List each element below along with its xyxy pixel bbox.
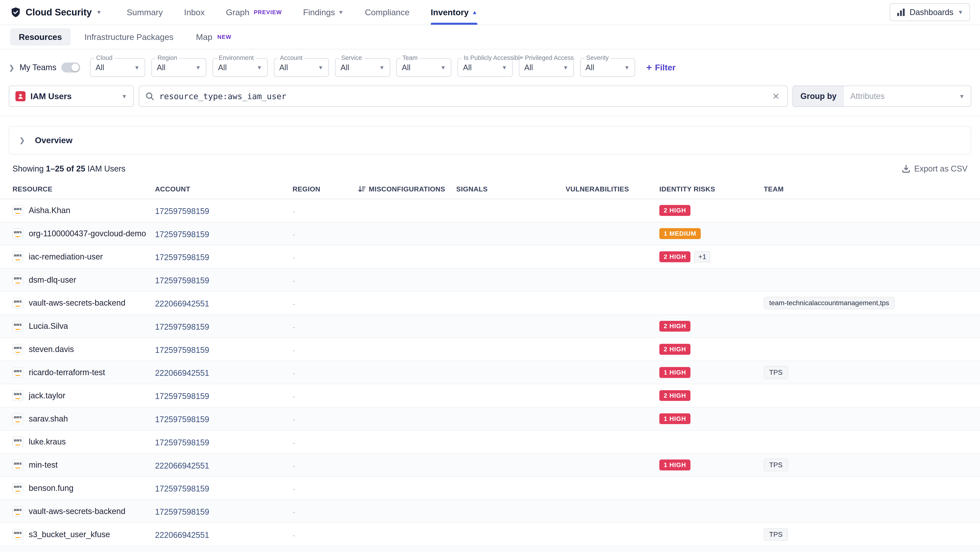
aws-logo-icon: aws: [13, 506, 23, 517]
resource-name-link[interactable]: jack.taylor: [29, 391, 65, 400]
table-row[interactable]: aws Lucia.Silva 172597598159 - 2 HIGH: [0, 315, 980, 338]
table-row[interactable]: aws vault-aws-secrets-backend 2220669425…: [0, 292, 980, 315]
filter-dropdown[interactable]: Severity All ▼: [580, 58, 635, 77]
table-row[interactable]: aws benson.fung 172597598159 -: [0, 477, 980, 500]
search-input[interactable]: [159, 92, 766, 101]
column-header-resource[interactable]: RESOURCE: [13, 185, 155, 193]
filter-dropdown[interactable]: Team All ▼: [396, 58, 451, 77]
column-header-signals[interactable]: SIGNALS: [456, 185, 566, 193]
table-row[interactable]: aws ricardo-terraform-test 222066942551 …: [0, 361, 980, 384]
product-switcher[interactable]: Cloud Security ▼: [10, 0, 102, 25]
clear-search-icon[interactable]: ✕: [771, 91, 781, 102]
resource-name-link[interactable]: luke.kraus: [29, 437, 66, 447]
identity-risk-badge[interactable]: 1 HIGH: [659, 459, 690, 470]
account-link[interactable]: 172597598159: [155, 438, 209, 447]
account-link[interactable]: 172597598159: [155, 484, 209, 493]
resource-name-link[interactable]: iac-remediation-user: [29, 252, 103, 262]
filter-dropdown[interactable]: Environment All ▼: [213, 58, 267, 77]
table-row[interactable]: aws sarav.shah 172597598159 - 1 HIGH: [0, 407, 980, 431]
resource-name-link[interactable]: steven.davis: [29, 345, 74, 354]
filter-dropdown[interactable]: Is Publicly Accessible All ▼: [458, 58, 512, 77]
export-csv-button[interactable]: Export as CSV: [902, 164, 967, 174]
overview-panel[interactable]: ❯ Overview: [9, 126, 971, 154]
resource-name-link[interactable]: benson.fung: [29, 483, 73, 493]
identity-risk-badge[interactable]: 2 HIGH: [659, 344, 690, 354]
resource-name-link[interactable]: vault-aws-secrets-backend: [29, 298, 125, 308]
my-teams-toggle[interactable]: [61, 62, 80, 73]
identity-risk-badge[interactable]: 2 HIGH: [659, 390, 690, 401]
account-link[interactable]: 172597598159: [155, 346, 209, 354]
table-row[interactable]: aws luke.kraus 172597598159 -: [0, 431, 980, 454]
table-row[interactable]: aws s3_bucket_user_kfuse 222066942551 - …: [0, 523, 980, 546]
table-row[interactable]: aws org-1100000437-govcloud-demo 1725975…: [0, 222, 980, 246]
resource-name-link[interactable]: vault-aws-secrets-backend: [29, 507, 125, 516]
filter-dropdown[interactable]: Cloud All ▼: [90, 58, 145, 77]
resource-name-link[interactable]: Aisha.Khan: [29, 206, 70, 215]
identity-risk-badge[interactable]: 2 HIGH: [659, 251, 690, 262]
resource-name-link[interactable]: dsm-dlq-user: [29, 275, 76, 285]
team-chip[interactable]: TPS: [764, 528, 788, 541]
account-link[interactable]: 172597598159: [155, 276, 209, 285]
resource-name-link[interactable]: ricardo-terraform-test: [29, 368, 105, 377]
team-chip[interactable]: team-technicalaccountmanagement,tps: [764, 297, 895, 309]
filter-dropdown[interactable]: Account All ▼: [274, 58, 329, 77]
tab-resources[interactable]: Resources: [10, 28, 71, 46]
account-link[interactable]: 222066942551: [155, 299, 209, 308]
identity-risk-badge[interactable]: 1 HIGH: [659, 367, 690, 378]
account-link[interactable]: 222066942551: [155, 369, 209, 378]
identity-risk-badge[interactable]: 1 MEDIUM: [659, 228, 701, 239]
table-row[interactable]: aws jack.taylor 172597598159 - 2 HIGH: [0, 384, 980, 407]
add-filter-button[interactable]: + Filter: [646, 62, 675, 73]
table-row[interactable]: aws Aisha.Khan 172597598159 - 2 HIGH: [0, 199, 980, 222]
my-teams-expander[interactable]: ❯ My Teams: [9, 62, 80, 73]
account-link[interactable]: 172597598159: [155, 507, 209, 516]
table-row[interactable]: aws demo-opw-access-token 172597598159 -…: [0, 546, 980, 552]
team-chip[interactable]: TPS: [764, 459, 788, 471]
resource-name-link[interactable]: Lucia.Silva: [29, 322, 68, 331]
table-row[interactable]: aws min-test 222066942551 - 1 HIGH TPS: [0, 454, 980, 477]
filter-dropdown[interactable]: Privileged Access All ▼: [519, 58, 574, 77]
nav-item-inventory[interactable]: Inventory ▲: [431, 0, 477, 25]
account-link[interactable]: 172597598159: [155, 253, 209, 262]
table-row[interactable]: aws dsm-dlq-user 172597598159 -: [0, 268, 980, 292]
table-row[interactable]: aws steven.davis 172597598159 - 2 HIGH: [0, 338, 980, 361]
column-header-team[interactable]: TEAM: [764, 185, 967, 193]
filter-dropdown[interactable]: Service All ▼: [335, 58, 390, 77]
group-by-select[interactable]: Attributes ▼: [844, 86, 971, 107]
nav-item-compliance[interactable]: Compliance: [365, 0, 409, 25]
table-row[interactable]: aws iac-remediation-user 172597598159 - …: [0, 245, 980, 268]
tab-infrastructure-packages[interactable]: Infrastructure Packages: [76, 28, 182, 46]
account-link[interactable]: 172597598159: [155, 415, 209, 424]
region-cell: -: [293, 297, 358, 309]
nav-item-findings[interactable]: Findings ▼: [303, 0, 344, 25]
nav-item-graph[interactable]: Graph PREVIEW: [226, 0, 282, 25]
table-row[interactable]: aws vault-aws-secrets-backend 1725975981…: [0, 500, 980, 523]
column-header-region[interactable]: REGION: [293, 185, 358, 193]
column-header-misconfigurations[interactable]: MISCONFIGURATIONS: [358, 185, 456, 193]
nav-item-summary[interactable]: Summary: [127, 0, 163, 25]
identity-risk-badge[interactable]: 2 HIGH: [659, 321, 690, 332]
more-risks-chip[interactable]: +1: [694, 251, 710, 262]
column-header-identity-risks[interactable]: IDENTITY RISKS: [659, 185, 764, 193]
search-bar[interactable]: ✕: [139, 86, 788, 107]
account-link[interactable]: 172597598159: [155, 207, 209, 216]
column-header-account[interactable]: ACCOUNT: [155, 185, 293, 193]
identity-risk-badge[interactable]: 1 HIGH: [659, 413, 690, 424]
account-link[interactable]: 222066942551: [155, 461, 209, 470]
resource-name-link[interactable]: min-test: [29, 460, 58, 470]
account-link[interactable]: 172597598159: [155, 230, 209, 239]
team-chip[interactable]: TPS: [764, 366, 788, 378]
account-link[interactable]: 222066942551: [155, 531, 209, 539]
nav-item-inbox[interactable]: Inbox: [184, 0, 205, 25]
identity-risk-badge[interactable]: 2 HIGH: [659, 205, 690, 216]
account-link[interactable]: 172597598159: [155, 392, 209, 401]
resource-name-link[interactable]: s3_bucket_user_kfuse: [29, 530, 110, 539]
dashboards-button[interactable]: Dashboards ▼: [890, 3, 970, 21]
resource-type-selector[interactable]: IAM Users ▼: [9, 86, 134, 107]
column-header-vulnerabilities[interactable]: VULNERABILITIES: [566, 185, 659, 193]
account-link[interactable]: 172597598159: [155, 322, 209, 331]
filter-dropdown[interactable]: Region All ▼: [151, 58, 206, 77]
resource-name-link[interactable]: org-1100000437-govcloud-demo: [29, 229, 146, 238]
tab-map[interactable]: Map NEW: [187, 28, 240, 46]
resource-name-link[interactable]: sarav.shah: [29, 414, 68, 423]
